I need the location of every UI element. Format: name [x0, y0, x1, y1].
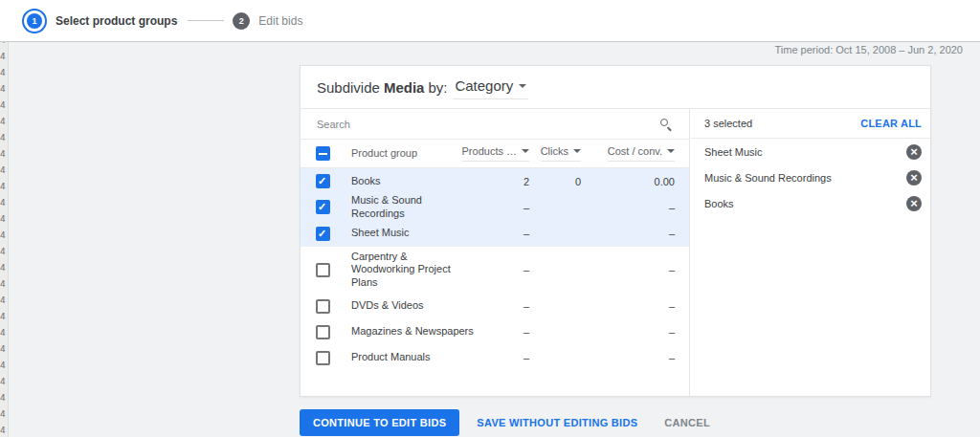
- selected-panel: 3 selected CLEAR ALL Sheet Music Music &…: [689, 109, 930, 396]
- step-select-product-groups[interactable]: 1 Select product groups: [22, 9, 177, 33]
- products-value: 2: [474, 176, 529, 187]
- dialog-title: Subdivide Media by: Category: [301, 66, 930, 109]
- column-products[interactable]: Products …: [428, 145, 529, 162]
- cost-conv-value: –: [581, 202, 675, 213]
- checkbox-checked[interactable]: [316, 174, 330, 188]
- table-row[interactable]: DVDs & Videos – –: [301, 294, 689, 319]
- table-row[interactable]: Sheet Music – –: [301, 221, 689, 247]
- column-product-group: Product group: [351, 147, 428, 161]
- remove-icon[interactable]: [906, 170, 922, 186]
- cost-conv-value: –: [581, 264, 675, 275]
- product-group-name: Product Manuals: [351, 351, 474, 364]
- step-2-label: Edit bids: [258, 14, 302, 28]
- step-2-circle: 2: [233, 12, 250, 30]
- selected-item-label: Sheet Music: [704, 146, 763, 158]
- category-dropdown-value: Category: [455, 77, 513, 94]
- cancel-button[interactable]: CANCEL: [653, 409, 722, 436]
- checkbox-unchecked[interactable]: [316, 351, 330, 365]
- chevron-down-icon: [667, 149, 675, 153]
- left-edge-artifact: 4 4 4 4 4 4 4 4 4 4 4 4 4 4 4 4 4 4 4 4 …: [0, 0, 9, 437]
- products-value: –: [474, 228, 529, 239]
- step-1-label: Select product groups: [56, 14, 177, 28]
- cost-conv-value: –: [581, 352, 675, 363]
- table-row[interactable]: Product Manuals – –: [301, 345, 689, 371]
- cost-conv-value: –: [581, 300, 675, 312]
- column-cost-conv[interactable]: Cost / conv.: [581, 145, 675, 162]
- products-value: –: [474, 264, 529, 275]
- search-icon[interactable]: [660, 119, 671, 129]
- step-connector-line: [188, 20, 224, 21]
- subdivide-entity: Media: [384, 79, 425, 96]
- table-row[interactable]: Music & Sound Recordings – –: [301, 194, 689, 221]
- step-edit-bids[interactable]: 2 Edit bids: [233, 12, 302, 30]
- table-header-row: Product group Products … Clicks Cost / c…: [301, 140, 689, 168]
- search-input[interactable]: [317, 119, 660, 130]
- clicks-value: 0: [529, 176, 581, 187]
- dialog-actions: CONTINUE TO EDIT BIDS SAVE WITHOUT EDITI…: [300, 409, 722, 436]
- selected-item: Books: [690, 190, 930, 216]
- selected-count: 3 selected: [704, 118, 752, 129]
- time-period-label: Time period: Oct 15, 2008 – Jun 2, 2020: [775, 44, 964, 55]
- checkbox-unchecked[interactable]: [316, 325, 330, 339]
- save-without-editing-bids-button[interactable]: SAVE WITHOUT EDITING BIDS: [465, 409, 649, 436]
- product-group-name: Books: [351, 175, 474, 188]
- selected-item-label: Books: [704, 198, 734, 209]
- selected-item-label: Music & Sound Recordings: [704, 172, 832, 184]
- step-1-number: 1: [27, 13, 42, 29]
- search-bar: [301, 109, 689, 140]
- products-value: –: [474, 326, 529, 338]
- continue-to-edit-bids-button[interactable]: CONTINUE TO EDIT BIDS: [300, 409, 459, 436]
- stepper-bar: 1 Select product groups 2 Edit bids: [0, 0, 980, 42]
- cost-conv-value: 0.00: [581, 176, 675, 187]
- column-clicks[interactable]: Clicks: [529, 145, 581, 162]
- remove-icon[interactable]: [906, 144, 922, 160]
- subdivide-dialog: Subdivide Media by: Category Product gro…: [300, 65, 931, 397]
- table-row[interactable]: Carpentry & Woodworking Project Plans – …: [301, 247, 689, 294]
- checkbox-unchecked[interactable]: [316, 263, 330, 277]
- products-value: –: [474, 202, 529, 213]
- select-all-checkbox[interactable]: [316, 146, 330, 161]
- category-dropdown[interactable]: Category: [453, 75, 528, 99]
- stepper: 1 Select product groups 2 Edit bids: [22, 9, 302, 33]
- step-2-number: 2: [239, 16, 244, 26]
- remove-icon[interactable]: [906, 196, 922, 211]
- chevron-down-icon: [573, 149, 581, 153]
- step-1-circle: 1: [22, 9, 47, 33]
- clear-all-button[interactable]: CLEAR ALL: [860, 118, 922, 129]
- checkbox-unchecked[interactable]: [316, 299, 330, 314]
- product-group-table: Product group Products … Clicks Cost / c…: [301, 109, 689, 396]
- checkbox-checked[interactable]: [316, 200, 330, 214]
- selected-panel-header: 3 selected CLEAR ALL: [690, 109, 930, 139]
- cost-conv-value: –: [581, 228, 675, 239]
- chevron-down-icon: [522, 149, 529, 153]
- table-row[interactable]: Books 2 0 0.00: [301, 168, 689, 194]
- products-value: –: [474, 352, 529, 363]
- chevron-down-icon: [519, 84, 526, 88]
- product-group-name: Magazines & Newspapers: [351, 325, 474, 339]
- product-group-name: Carpentry & Woodworking Project Plans: [351, 251, 474, 290]
- subdivide-prefix: Subdivide: [317, 79, 380, 96]
- product-group-name: Music & Sound Recordings: [351, 194, 474, 221]
- selected-item: Sheet Music: [690, 139, 930, 164]
- selected-item: Music & Sound Recordings: [690, 164, 930, 190]
- products-value: –: [474, 300, 529, 312]
- cost-conv-value: –: [581, 326, 675, 338]
- checkbox-checked[interactable]: [316, 227, 330, 241]
- product-group-name: Sheet Music: [351, 227, 474, 240]
- table-row[interactable]: Magazines & Newspapers – –: [301, 319, 689, 345]
- product-group-name: DVDs & Videos: [351, 299, 474, 313]
- subdivide-by: by:: [428, 79, 447, 96]
